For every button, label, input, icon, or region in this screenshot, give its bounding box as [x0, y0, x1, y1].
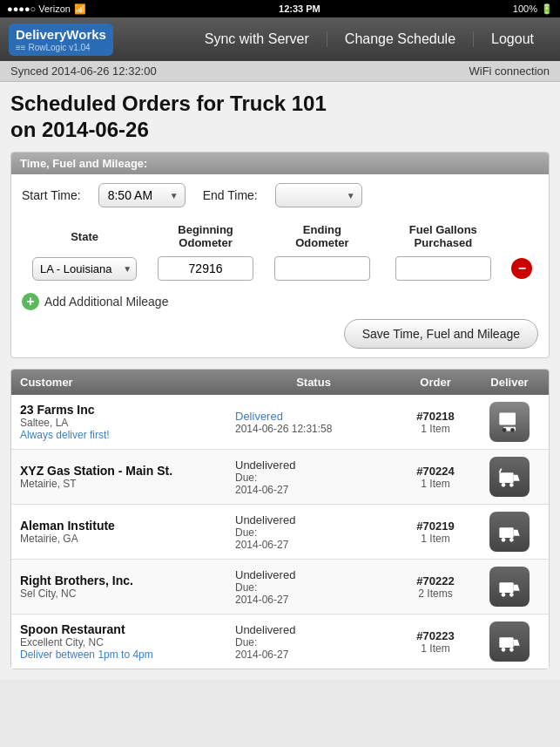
svg-point-12 — [502, 593, 506, 597]
deliver-cell — [479, 457, 540, 497]
time-row: Start Time: 8:50 AM 9:00 AM 9:30 AM End … — [22, 183, 538, 207]
wifi-icon: 📶 — [74, 3, 86, 15]
table-row: Right Brothers, Inc. Sel City, NC Undeli… — [11, 560, 549, 615]
table-row: Spoon Restaurant Excellent City, NC Deli… — [11, 615, 549, 669]
customer-cell: 23 Farms Inc Saltee, LA Always deliver f… — [20, 403, 235, 441]
customer-sub: Sel City, NC — [20, 587, 235, 600]
customer-name: Aleman Institute — [20, 519, 235, 533]
tfm-header: Time, Fuel and Mileage: — [11, 153, 549, 174]
status-cell: Undelivered Due: 2014-06-27 — [235, 568, 392, 606]
order-items: 1 Item — [392, 478, 479, 490]
end-odo-input[interactable] — [274, 256, 370, 281]
cart-icon — [497, 574, 522, 599]
status-bar: ●●●●○ Verizon 📶 12:33 PM 100% 🔋 — [0, 0, 560, 17]
status-due: Due: — [235, 636, 392, 649]
status-text: Undelivered — [235, 568, 392, 581]
deliver-button[interactable] — [489, 402, 530, 442]
sync-bar: Synced 2014-06-26 12:32:00 WiFi connecti… — [0, 61, 560, 82]
svg-point-3 — [510, 428, 515, 432]
deliver-cell — [479, 567, 540, 607]
save-btn-row: Save Time, Fuel and Mileage — [22, 319, 538, 349]
svg-point-13 — [509, 593, 514, 597]
status-text: Undelivered — [235, 513, 392, 526]
page-content: Scheduled Orders for Truck 101on 2014-06… — [0, 82, 560, 680]
add-mileage-row[interactable]: + Add Additional Mileage — [22, 293, 538, 310]
customer-header: Customer — [20, 376, 235, 389]
status-due: Due: — [235, 581, 392, 594]
deliver-button[interactable] — [489, 621, 530, 662]
odo-row: LA - Louisiana TX - Texas MS - Mississip… — [22, 253, 538, 284]
order-header: Order — [392, 376, 479, 389]
orders-header: Customer Status Order Deliver — [11, 370, 549, 395]
end-time-select-wrapper[interactable]: 5:00 PM 6:00 PM — [275, 183, 362, 207]
fuel-input[interactable] — [395, 256, 491, 281]
nav-links: Sync with Server Change Schedule Logout — [187, 31, 551, 47]
deliver-button[interactable] — [489, 457, 530, 497]
state-select-wrapper[interactable]: LA - Louisiana TX - Texas MS - Mississip… — [32, 257, 137, 281]
customer-cell: Aleman Institute Metairie, GA — [20, 519, 235, 545]
start-time-select-wrapper[interactable]: 8:50 AM 9:00 AM 9:30 AM — [98, 183, 186, 207]
deliver-button[interactable] — [489, 567, 530, 607]
customer-sub: Metairie, GA — [20, 533, 235, 545]
customer-cell: Spoon Restaurant Excellent City, NC Deli… — [20, 622, 235, 661]
customer-sub: Excellent City, NC — [20, 636, 235, 649]
customer-name: Spoon Restaurant — [20, 622, 235, 636]
delete-col-header — [506, 220, 538, 253]
status-cell: Undelivered Due: 2014-06-27 — [235, 513, 392, 551]
order-num: #70224 — [392, 465, 479, 478]
delivered-icon — [497, 410, 522, 434]
change-schedule-link[interactable]: Change Schedule — [327, 31, 474, 47]
svg-point-9 — [502, 538, 506, 542]
table-row: Aleman Institute Metairie, GA Undelivere… — [11, 505, 549, 560]
save-tfm-button[interactable]: Save Time, Fuel and Mileage — [344, 319, 538, 349]
odo-table: State BeginningOdometer EndingOdometer F… — [22, 220, 538, 284]
status-date: 2014-06-26 12:31:58 — [235, 423, 392, 435]
svg-rect-0 — [499, 413, 516, 425]
status-text: Delivered — [235, 410, 392, 423]
connection-text: WiFi connection — [469, 65, 550, 78]
start-time-select[interactable]: 8:50 AM 9:00 AM 9:30 AM — [98, 183, 186, 207]
table-row: XYZ Gas Station - Main St. Metairie, ST … — [11, 450, 549, 505]
order-num: #70223 — [392, 629, 479, 642]
end-time-label: End Time: — [203, 188, 258, 202]
customer-cell: Right Brothers, Inc. Sel City, NC — [20, 574, 235, 600]
status-text: Undelivered — [235, 623, 392, 636]
svg-point-15 — [502, 648, 506, 652]
state-select[interactable]: LA - Louisiana TX - Texas MS - Mississip… — [32, 257, 137, 281]
customer-name: 23 Farms Inc — [20, 403, 235, 417]
status-date: 2014-06-27 — [235, 539, 392, 551]
state-cell: LA - Louisiana TX - Texas MS - Mississip… — [22, 253, 147, 284]
customer-cell: XYZ Gas Station - Main St. Metairie, ST — [20, 464, 235, 490]
state-header: State — [22, 220, 147, 253]
status-due: Due: — [235, 526, 392, 539]
status-header: Status — [235, 376, 392, 389]
add-mileage-label[interactable]: Add Additional Mileage — [44, 295, 168, 309]
order-num: #70219 — [392, 520, 479, 533]
fuel-cell — [381, 253, 506, 284]
customer-name: Right Brothers, Inc. — [20, 574, 235, 587]
svg-rect-14 — [499, 637, 513, 648]
end-time-select[interactable]: 5:00 PM 6:00 PM — [275, 183, 362, 207]
battery-icon: 🔋 — [541, 3, 553, 15]
tfm-body: Start Time: 8:50 AM 9:00 AM 9:30 AM End … — [11, 174, 549, 357]
delete-row-button[interactable]: − — [511, 258, 532, 279]
customer-note: Always deliver first! — [20, 429, 235, 441]
cart-icon — [497, 465, 522, 489]
logout-link[interactable]: Logout — [474, 31, 551, 47]
svg-point-16 — [509, 648, 514, 652]
order-num: #70222 — [392, 574, 479, 587]
fuel-header: Fuel GallonsPurchased — [381, 220, 506, 253]
deliver-button[interactable] — [489, 512, 530, 552]
status-bar-left: ●●●●○ Verizon 📶 — [7, 3, 86, 15]
add-mileage-icon: + — [22, 293, 39, 310]
sync-server-link[interactable]: Sync with Server — [187, 31, 327, 47]
svg-point-5 — [502, 483, 506, 487]
orders-section: Customer Status Order Deliver 23 Farms I… — [10, 369, 550, 669]
customer-name: XYZ Gas Station - Main St. — [20, 464, 235, 478]
status-cell: Delivered 2014-06-26 12:31:58 — [235, 410, 392, 435]
order-cell: #70219 1 Item — [392, 520, 479, 545]
customer-note: Deliver between 1pm to 4pm — [20, 649, 235, 661]
svg-point-2 — [503, 428, 507, 432]
begin-odo-input[interactable] — [158, 256, 253, 281]
order-items: 1 Item — [392, 533, 479, 545]
